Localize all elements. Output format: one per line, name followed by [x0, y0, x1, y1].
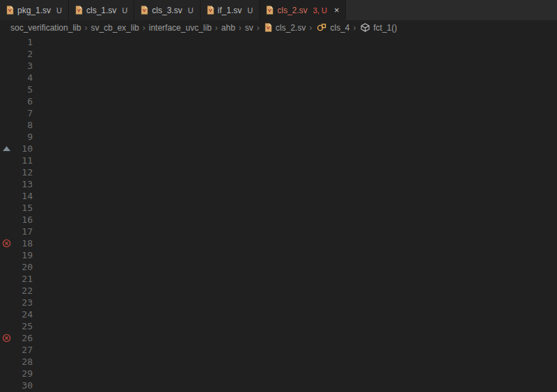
line-number: 21 [13, 273, 33, 285]
code-line-13[interactable]: 13 [0, 178, 557, 190]
line-number: 13 [13, 178, 33, 190]
breadcrumb-separator: › [239, 23, 242, 33]
breadcrumb-item-sv[interactable]: sv [245, 23, 253, 33]
breadcrumb-separator: › [84, 23, 87, 33]
line-number: 29 [13, 368, 33, 379]
code-line-9[interactable]: 9 [0, 131, 557, 143]
gutter [0, 84, 13, 95]
breadcrumb-item-soc_verification_lib[interactable]: soc_verification_lib [10, 23, 81, 33]
code-line-5[interactable]: 5 [0, 84, 557, 95]
file-icon [207, 6, 214, 15]
gutter [0, 226, 13, 237]
breadcrumb-separator: › [353, 23, 356, 33]
breadcrumb-item-ahb[interactable]: ahb [221, 23, 235, 33]
code-line-6[interactable]: 6 [0, 95, 557, 107]
line-number: 1 [13, 36, 33, 48]
code-line-23[interactable]: 23 [0, 297, 557, 308]
gutter [0, 155, 13, 166]
code-line-4[interactable]: 4 [0, 72, 557, 84]
line-number: 19 [13, 249, 33, 261]
code-line-16[interactable]: 16 [0, 214, 557, 226]
breadcrumb-item-method[interactable]: fct_1() [373, 23, 397, 33]
tab-label: cls_1.sv [86, 6, 116, 15]
code-line-22[interactable]: 22 [0, 285, 557, 297]
code-line-10[interactable]: 10 [0, 143, 557, 155]
override-indicator-icon [0, 143, 13, 155]
line-number: 6 [13, 95, 33, 107]
code-line-25[interactable]: 25 [0, 320, 557, 332]
code-line-12[interactable]: 12 [0, 166, 557, 178]
code-line-8[interactable]: 8 [0, 119, 557, 131]
gutter [0, 344, 13, 356]
code-editor[interactable]: 1234567891011121314151617181920212223242… [0, 35, 557, 392]
code-line-7[interactable]: 7 [0, 107, 557, 119]
tab-cls_1.sv[interactable]: cls_1.svU [69, 0, 134, 20]
code-line-2[interactable]: 2 [0, 48, 557, 60]
tab-cls_2.sv[interactable]: cls_2.sv3, U× [260, 0, 346, 20]
tab-label: if_1.sv [218, 6, 242, 15]
breadcrumb-item-class[interactable]: cls_4 [330, 23, 350, 33]
line-number: 30 [13, 379, 33, 391]
code-line-30[interactable]: 30 [0, 379, 557, 391]
line-number: 4 [13, 72, 33, 84]
file-icon [75, 6, 83, 15]
line-number: 26 [13, 332, 33, 344]
code-line-19[interactable]: 19 [0, 249, 557, 261]
tab-label: cls_3.sv [152, 6, 182, 15]
breadcrumb-item-interface_uvc_lib[interactable]: interface_uvc_lib [149, 23, 212, 33]
line-number: 20 [13, 261, 33, 273]
file-icon [6, 6, 14, 15]
code-line-1[interactable]: 1 [0, 36, 557, 48]
line-number: 9 [13, 131, 33, 143]
tab-if_1.sv[interactable]: if_1.svU [201, 0, 260, 20]
gutter [0, 119, 13, 131]
gutter [0, 379, 13, 391]
code-line-20[interactable]: 20 [0, 261, 557, 273]
code-line-17[interactable]: 17 [0, 226, 557, 237]
line-number: 14 [13, 190, 33, 202]
gutter [0, 356, 13, 368]
line-number: 23 [13, 297, 33, 308]
line-number: 2 [13, 48, 33, 60]
gutter [0, 320, 13, 332]
code-line-21[interactable]: 21 [0, 273, 557, 285]
line-number: 25 [13, 320, 33, 332]
code-line-3[interactable]: 3 [0, 60, 557, 72]
breadcrumb-separator: › [309, 23, 312, 33]
gutter [0, 36, 13, 48]
tab-label: pkg_1.sv [17, 6, 51, 15]
line-number: 22 [13, 285, 33, 297]
gutter [0, 72, 13, 84]
code-line-29[interactable]: 29 [0, 368, 557, 379]
line-number: 10 [13, 143, 33, 155]
file-icon [265, 23, 272, 32]
line-number: 18 [13, 237, 33, 249]
code-line-11[interactable]: 11 [0, 155, 557, 166]
gutter [0, 95, 13, 107]
line-number: 12 [13, 166, 33, 178]
breadcrumb-separator: › [257, 23, 260, 33]
line-number: 24 [13, 308, 33, 320]
line-number: 15 [13, 202, 33, 214]
breadcrumb-separator: › [143, 23, 146, 33]
tab-pkg_1.sv[interactable]: pkg_1.svU [0, 0, 69, 20]
gutter [0, 249, 13, 261]
code-line-26[interactable]: 26 [0, 332, 557, 344]
code-line-27[interactable]: 27 [0, 344, 557, 356]
breadcrumb-item-sv_cb_ex_lib[interactable]: sv_cb_ex_lib [91, 23, 139, 33]
close-icon[interactable]: × [334, 6, 340, 15]
error-icon [0, 237, 13, 249]
code-line-24[interactable]: 24 [0, 308, 557, 320]
code-line-18[interactable]: 18 [0, 237, 557, 249]
gutter [0, 107, 13, 119]
code-line-15[interactable]: 15 [0, 202, 557, 214]
gutter [0, 273, 13, 285]
tab-cls_3.sv[interactable]: cls_3.svU [134, 0, 200, 20]
code-line-14[interactable]: 14 [0, 190, 557, 202]
gutter [0, 190, 13, 202]
code-line-28[interactable]: 28 [0, 356, 557, 368]
gutter [0, 202, 13, 214]
breadcrumb-item-file[interactable]: cls_2.sv [276, 23, 306, 33]
tab-status-badge: U [56, 6, 62, 15]
tab-status-badge: U [122, 6, 127, 15]
